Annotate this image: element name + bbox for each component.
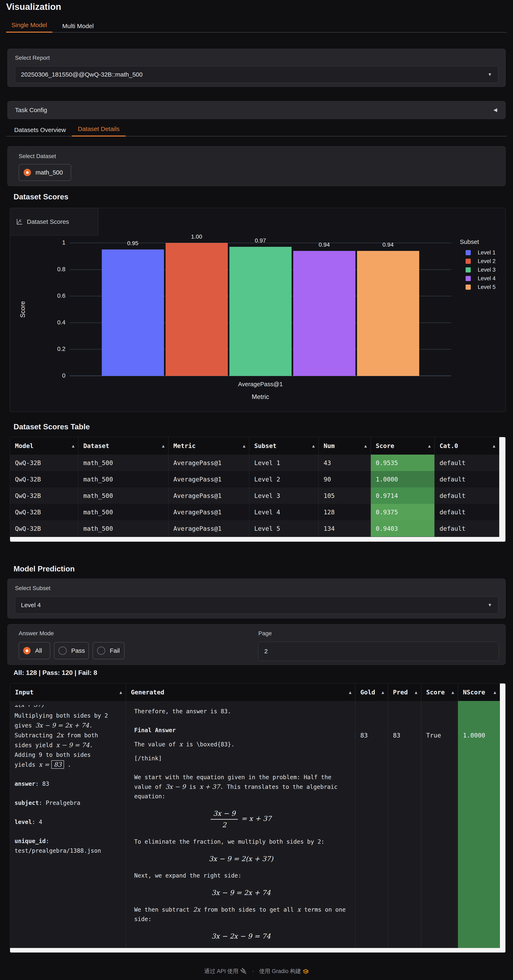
- col-header-generated[interactable]: Generated▲: [126, 684, 356, 701]
- col-header-gold[interactable]: Gold▲: [356, 684, 388, 701]
- bar-level-3[interactable]: [229, 247, 292, 376]
- page-input[interactable]: 2: [258, 642, 499, 661]
- chevron-down-icon[interactable]: ▼: [488, 72, 492, 77]
- col-header-score[interactable]: Score▲: [371, 437, 435, 455]
- col-header-model[interactable]: Model▲: [10, 437, 78, 455]
- radio-unselected-icon[interactable]: [59, 647, 67, 655]
- radio-all[interactable]: All: [19, 642, 50, 659]
- col-header-input[interactable]: Input▲: [10, 684, 126, 701]
- cell-metric[interactable]: AveragePass@1: [168, 504, 249, 520]
- sort-asc-icon[interactable]: ▲: [243, 444, 245, 449]
- radio-fail[interactable]: Fail: [92, 642, 125, 659]
- sort-asc-icon[interactable]: ▲: [493, 444, 496, 449]
- cell-num[interactable]: 134: [319, 520, 371, 537]
- use-api-link[interactable]: 通过 API 使用: [204, 968, 238, 974]
- cell-pred[interactable]: 83: [388, 701, 421, 948]
- col-header-cat0[interactable]: Cat.0▲: [435, 437, 499, 455]
- built-with-gradio-link[interactable]: 使用 Gradio 构建: [259, 968, 301, 974]
- cell-score[interactable]: 0.9714: [371, 487, 435, 504]
- sort-asc-icon[interactable]: ▲: [451, 690, 454, 695]
- bar-level-1[interactable]: [102, 250, 164, 376]
- cell-dataset[interactable]: math_500: [78, 471, 168, 487]
- cell-dataset[interactable]: math_500: [78, 520, 168, 537]
- cell-cat[interactable]: default: [435, 487, 499, 504]
- cell-cat[interactable]: default: [435, 455, 499, 471]
- cell-dataset[interactable]: math_500: [78, 504, 168, 520]
- cell-gold[interactable]: 83: [356, 701, 388, 948]
- bar-level-4[interactable]: [293, 251, 356, 376]
- sort-asc-icon[interactable]: ▲: [349, 690, 351, 695]
- cell-score[interactable]: 0.9375: [371, 504, 435, 520]
- cell-subset[interactable]: Level 4: [249, 504, 319, 520]
- cell-metric[interactable]: AveragePass@1: [168, 487, 249, 504]
- radio-unselected-icon[interactable]: [97, 647, 105, 655]
- cell-score[interactable]: 0.9535: [371, 455, 435, 471]
- col-header-pred[interactable]: Pred▲: [388, 684, 421, 701]
- sort-asc-icon[interactable]: ▲: [162, 444, 165, 449]
- cell-dataset[interactable]: math_500: [78, 455, 168, 471]
- radio-selected-icon[interactable]: [23, 647, 30, 654]
- cell-model[interactable]: QwQ-32B: [10, 504, 78, 520]
- sort-asc-icon[interactable]: ▲: [312, 444, 315, 449]
- chevron-down-icon[interactable]: ▼: [488, 602, 492, 608]
- cell-num[interactable]: 43: [319, 455, 371, 471]
- cell-subset[interactable]: Level 1: [249, 455, 319, 471]
- cell-score[interactable]: 1.0000: [371, 471, 435, 487]
- vertical-scrollbar[interactable]: [500, 684, 505, 948]
- legend-entry-level-4[interactable]: Level 4: [465, 274, 496, 283]
- cell-dataset[interactable]: math_500: [78, 487, 168, 504]
- cell-score[interactable]: True: [421, 701, 458, 948]
- sort-asc-icon[interactable]: ▲: [494, 690, 496, 695]
- cell-model[interactable]: QwQ-32B: [10, 455, 78, 471]
- cell-num[interactable]: 128: [319, 504, 371, 520]
- cell-nscore[interactable]: 1.0000: [458, 701, 500, 948]
- accordion-collapse-icon[interactable]: ◀: [494, 107, 497, 113]
- col-header-nscore[interactable]: NScore▲: [458, 684, 500, 701]
- horizontal-scrollbar[interactable]: [10, 948, 505, 953]
- col-header-score[interactable]: Score▲: [421, 684, 458, 701]
- radio-pass[interactable]: Pass: [54, 642, 89, 659]
- tab-datasets-overview[interactable]: Datasets Overview: [8, 123, 72, 137]
- col-header-num[interactable]: Num▲: [319, 437, 371, 455]
- sort-asc-icon[interactable]: ▲: [119, 690, 122, 695]
- radio-selected-icon[interactable]: [24, 169, 31, 176]
- task-config-accordion[interactable]: Task Config ◀: [7, 101, 506, 119]
- cell-model[interactable]: QwQ-32B: [10, 520, 78, 537]
- cell-subset[interactable]: Level 2: [249, 471, 319, 487]
- legend-entry-level-2[interactable]: Level 2: [465, 257, 496, 266]
- cell-metric[interactable]: AveragePass@1: [168, 520, 249, 537]
- sort-asc-icon[interactable]: ▲: [428, 444, 431, 449]
- cell-subset[interactable]: Level 5: [249, 520, 319, 537]
- sort-asc-icon[interactable]: ▲: [381, 690, 384, 695]
- col-header-dataset[interactable]: Dataset▲: [78, 437, 168, 455]
- cell-cat[interactable]: default: [435, 471, 499, 487]
- cell-subset[interactable]: Level 3: [249, 487, 319, 504]
- horizontal-scrollbar[interactable]: [10, 537, 505, 542]
- legend-entry-level-5[interactable]: Level 5: [465, 283, 496, 291]
- cell-num[interactable]: 105: [319, 487, 371, 504]
- legend-entry-level-3[interactable]: Level 3: [465, 266, 496, 274]
- cell-model[interactable]: QwQ-32B: [10, 487, 78, 504]
- cell-metric[interactable]: AveragePass@1: [168, 455, 249, 471]
- sort-asc-icon[interactable]: ▲: [72, 444, 75, 449]
- cell-generated[interactable]: Therefore, the answer is 83.Final Answer…: [126, 701, 356, 948]
- subset-dropdown[interactable]: Level 4 ▼: [15, 597, 499, 614]
- cell-cat[interactable]: default: [435, 520, 499, 537]
- legend-entry-level-1[interactable]: Level 1: [465, 248, 496, 257]
- tab-dataset-details[interactable]: Dataset Details: [72, 123, 125, 137]
- vertical-scrollbar[interactable]: [499, 437, 505, 537]
- tab-single-model[interactable]: Single Model: [6, 19, 52, 33]
- bar-level-2[interactable]: [165, 243, 228, 376]
- col-header-metric[interactable]: Metric▲: [168, 437, 249, 455]
- cell-metric[interactable]: AveragePass@1: [168, 471, 249, 487]
- cell-score[interactable]: 0.9403: [371, 520, 435, 537]
- cell-input[interactable]: 2(x + 37) Multiplying both sides by 2giv…: [10, 701, 126, 948]
- sort-asc-icon[interactable]: ▲: [415, 690, 418, 695]
- cell-num[interactable]: 90: [319, 471, 371, 487]
- sort-asc-icon[interactable]: ▲: [364, 444, 367, 449]
- report-dropdown[interactable]: 20250306_181550@@QwQ-32B::math_500 ▼: [15, 66, 499, 83]
- col-header-subset[interactable]: Subset▲: [249, 437, 319, 455]
- bar-level-5[interactable]: [357, 251, 419, 376]
- dataset-radio-math-500[interactable]: math_500: [19, 164, 71, 181]
- tab-multi-model[interactable]: Multi Model: [59, 19, 97, 33]
